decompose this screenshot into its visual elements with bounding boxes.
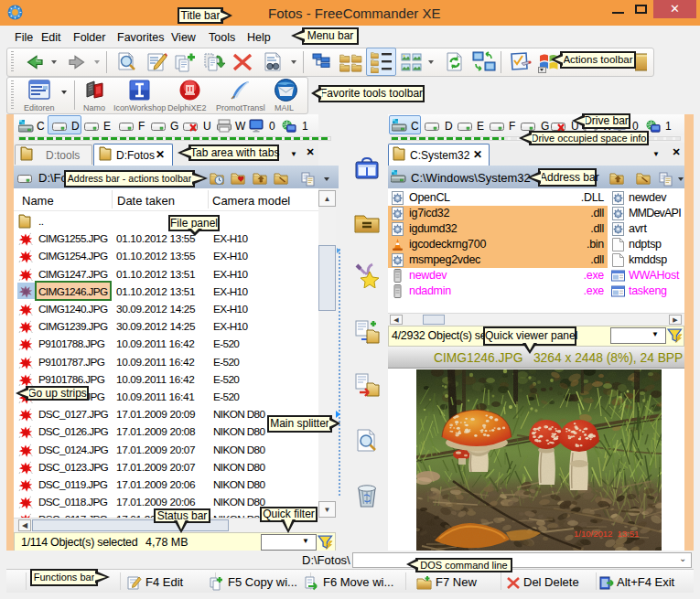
- svg-text:1/10/2012 13:51: 1/10/2012 13:51: [574, 529, 639, 539]
